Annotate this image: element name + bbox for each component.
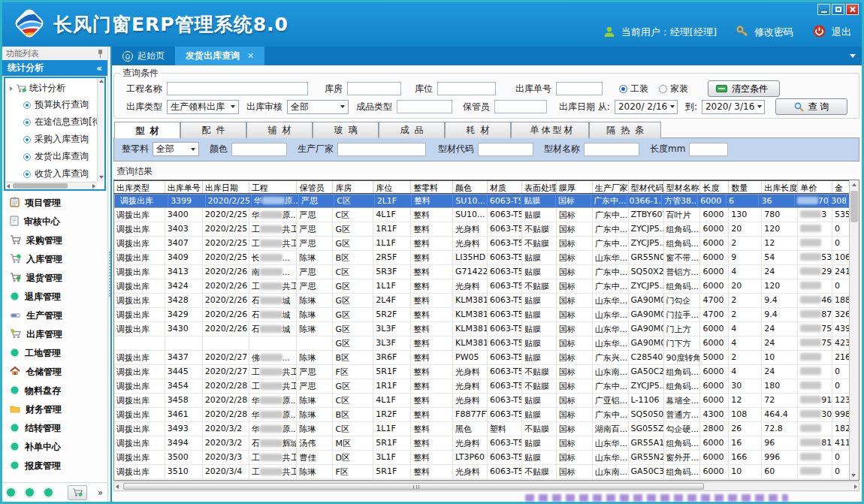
search-button[interactable]: 查 询 (775, 98, 847, 115)
column-header[interactable]: 出库单号 (165, 181, 203, 193)
sidebar-panel-补单中心[interactable]: 补单中心 (2, 438, 107, 457)
column-header[interactable]: 出库日期 (203, 181, 249, 193)
column-header[interactable]: 金 (832, 181, 849, 193)
column-header[interactable]: 膜厚 (557, 181, 593, 193)
sidebar-panel-入库管理[interactable]: 入库管理 (2, 250, 107, 269)
sidebar-panel-退库管理[interactable]: 退库管理 (2, 288, 107, 306)
table-row[interactable]: 调拨出库33992020/2/25华原...严思C区2L1F整料SU10...6… (114, 194, 849, 208)
column-header[interactable]: 保管员 (297, 181, 333, 193)
audit-select[interactable]: 全部 (287, 100, 349, 114)
length-input[interactable] (689, 143, 728, 156)
material-tab-辅材[interactable]: 辅材 (246, 122, 313, 138)
column-header[interactable]: 库位 (373, 181, 411, 193)
tree-item[interactable]: 在途信息查询[待 (5, 113, 104, 131)
material-tab-单体型材[interactable]: 单体型材 (511, 122, 589, 138)
table-row[interactable]: 调拨出库34292020/2/26石城陈琳G区5R2F整料KLM38176063… (114, 308, 849, 322)
sidebar-panel-项目管理[interactable]: 项目管理 (2, 194, 107, 213)
column-header[interactable]: 单价 (798, 181, 832, 193)
table-row[interactable]: 调拨出库34002020/2/25华原...严思C区4L1F整料SU10...6… (114, 208, 849, 222)
project-name-input[interactable] (167, 82, 308, 95)
table-row[interactable]: 调拨出库34282020/2/26石城陈琳G区2L4F整料KLM38176063… (114, 294, 849, 308)
manufacturer-input[interactable] (337, 143, 426, 156)
radio-home-decor[interactable]: 家装 (659, 83, 688, 95)
column-header[interactable]: 表面处理 (522, 181, 557, 193)
tree-vertical-scrollbar[interactable] (97, 78, 104, 182)
column-header[interactable]: 长度 (700, 181, 729, 193)
table-row[interactable]: 调拨出库34582020/2/28华原...陈琳C区4L1F整料光身料6063-… (114, 394, 849, 408)
expander-icon[interactable] (10, 86, 13, 91)
sidebar-panel-结转管理[interactable]: 结转管理 (2, 419, 107, 438)
table-row[interactable]: 调拨出库34612020/2/28华原...陈琳B区1R2F整料F8877FT6… (114, 408, 849, 422)
product-type-input[interactable] (397, 100, 452, 113)
column-header[interactable]: 整零料 (411, 181, 453, 193)
collapse-icon[interactable]: « (96, 63, 102, 74)
table-row[interactable]: 调拨出库34542020/2/28工共工程严思G区1R1F整料光身料6063-T… (114, 379, 849, 394)
material-tab-成品[interactable]: 成品 (379, 122, 445, 138)
dot-icon[interactable] (7, 488, 15, 496)
sidebar-panel-出库管理[interactable]: 出库管理 (2, 325, 107, 344)
table-row[interactable]: 调拨出库34372020/2/27佛...陈琳B区3R6F整料PW056063-… (114, 351, 849, 365)
table-row[interactable]: 调拨出库34072020/2/25工共工程严思G区1L1F整料光身料6063-T… (114, 237, 849, 251)
material-tab-配件[interactable]: 配件 (180, 122, 246, 138)
logout-link[interactable]: 退出 (832, 26, 851, 39)
table-row[interactable]: 调拨出库35002020/3/3工共工程曹佳D区3L1F整料LT3P606063… (114, 451, 849, 465)
tab-close-icon[interactable]: ✕ (247, 51, 254, 61)
column-header[interactable]: 出库长度 (762, 181, 798, 193)
column-header[interactable]: 出库类型 (114, 181, 165, 193)
clear-conditions-button[interactable]: 清空条件 (708, 80, 780, 97)
material-tab-隔热条[interactable]: 隔热条 (589, 122, 661, 138)
out-type-select[interactable]: 生产领料出库 (167, 100, 239, 114)
table-row[interactable]: 调拨出库34092020/2/25长...陈琳B区2R5F整料LI35HD606… (114, 251, 849, 265)
tree-item[interactable]: 预算执行查询 (5, 96, 104, 113)
close-button[interactable] (846, 4, 859, 15)
sidebar-panel-财务管理[interactable]: 财务管理 (2, 400, 107, 419)
column-header[interactable]: 库房 (333, 181, 373, 193)
sidebar-panel-退货管理[interactable]: 退货管理 (2, 269, 107, 288)
table-row[interactable]: 调拨出库34452020/2/27工共工程严思F区5R1F整料光身料6063-T… (114, 365, 849, 379)
tree-item[interactable]: 发货出库查询 (5, 148, 104, 165)
date-to-select[interactable]: 2020/ 3/16 (702, 100, 765, 114)
material-tab-玻璃[interactable]: 玻璃 (313, 122, 379, 138)
tab-shipping-query[interactable]: 发货出库查询 ✕ (175, 47, 264, 65)
tree-item[interactable]: 采购入库查询 (5, 131, 104, 148)
sidebar-panel-生产管理[interactable]: 生产管理 (2, 306, 107, 325)
material-tab-耗材[interactable]: 耗材 (445, 122, 511, 138)
grid-horizontal-scrollbar[interactable] (113, 481, 859, 491)
sidebar-panel-仓储管理[interactable]: 仓储管理 (2, 363, 107, 382)
sidebar-panel-物料盘存[interactable]: 物料盘存 (2, 382, 107, 400)
column-header[interactable]: 颜色 (453, 181, 488, 193)
location-input[interactable] (437, 82, 496, 95)
warehouse-input[interactable] (347, 82, 401, 95)
keeper-input[interactable] (494, 100, 547, 113)
table-row[interactable]: 调拨出库34302020/2/26石城陈琳G区3L3F整料KLM38176063… (114, 322, 849, 337)
table-row[interactable]: 调拨出库34132020/2/26南...严思C区5R3F整料G71422606… (114, 265, 849, 279)
overflow-chevron[interactable]: » (98, 489, 103, 496)
column-header[interactable]: 工程 (249, 181, 298, 193)
column-header[interactable]: 生产厂家 (593, 181, 629, 193)
radio-industrial[interactable]: 工装 (619, 83, 648, 95)
grid-vertical-scrollbar[interactable] (849, 180, 859, 480)
table-row[interactable]: 调拨出库34942020/3/2石辉城汤伟M区5R1F整料光身料6063-T5贴… (114, 436, 849, 451)
sidebar-panel-工地管理[interactable]: 工地管理 (2, 344, 107, 363)
minimize-button[interactable] (817, 4, 830, 15)
whole-part-select[interactable]: 全部 (153, 142, 199, 156)
dot-icon[interactable] (44, 488, 53, 496)
profile-code-input[interactable] (478, 143, 533, 156)
change-password-link[interactable]: 修改密码 (754, 26, 793, 39)
order-no-input[interactable] (556, 82, 603, 95)
date-from-select[interactable]: 2020/ 2/16 (615, 100, 678, 114)
profile-name-input[interactable] (584, 143, 639, 156)
sidebar-panel-报废管理[interactable]: 报废管理 (2, 457, 107, 475)
material-tab-型材[interactable]: 型材 (114, 122, 180, 139)
sidebar-group-header[interactable]: 统计分析 « (2, 60, 107, 76)
color-input[interactable] (231, 143, 287, 156)
dot-icon[interactable] (26, 488, 34, 496)
table-row[interactable]: G区3L3F整料KLM38176063-T5贴膜国标山东华...GA90M09.… (114, 337, 849, 351)
sidebar-panel-审核中心[interactable]: 审核中心 (2, 213, 107, 231)
maximize-button[interactable] (832, 4, 844, 15)
table-row[interactable]: 调拨出库34032020/2/25工共工程严思G区1R1F整料光身料6063-T… (114, 222, 849, 237)
table-row[interactable]: 调拨出库35102020/3/4工共工程陈琳F区5R1F整料光身料6063-T5… (114, 465, 849, 479)
column-header[interactable]: 型材名称 (664, 181, 701, 193)
sidebar-panel-采购管理[interactable]: 采购管理 (2, 231, 107, 250)
table-row[interactable]: 调拨出库35122020/3/4工共工程陈琳F区1L2F整料光身料6063-T5… (114, 479, 849, 480)
